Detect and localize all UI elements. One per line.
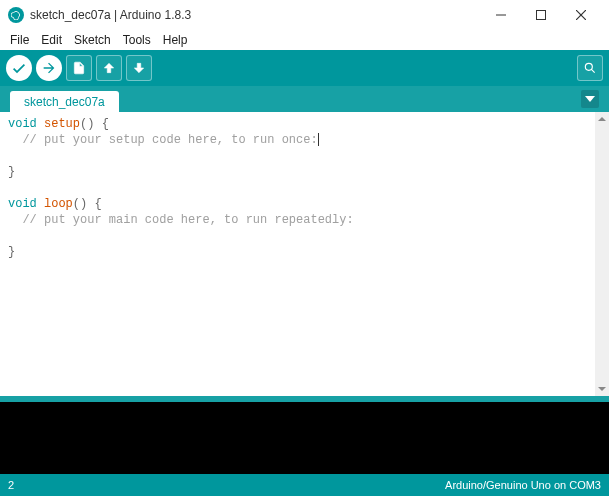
verify-button[interactable] — [6, 55, 32, 81]
comment: // put your main code here, to run repea… — [8, 213, 354, 227]
maximize-button[interactable] — [521, 1, 561, 29]
minimize-button[interactable] — [481, 1, 521, 29]
board-info: Arduino/Genuino Uno on COM3 — [445, 479, 601, 491]
window-title: sketch_dec07a | Arduino 1.8.3 — [30, 8, 481, 22]
scroll-down-button[interactable] — [595, 382, 609, 396]
tab-menu-button[interactable] — [581, 90, 599, 108]
console-output[interactable] — [0, 402, 609, 474]
comment: // put your setup code here, to run once… — [8, 133, 318, 147]
tab-bar: sketch_dec07a — [0, 86, 609, 112]
keyword: void — [8, 197, 37, 211]
menu-help[interactable]: Help — [159, 31, 192, 49]
code-text: () { — [80, 117, 109, 131]
function-name: setup — [44, 117, 80, 131]
menu-tools[interactable]: Tools — [119, 31, 155, 49]
text-cursor — [318, 133, 319, 146]
scroll-up-button[interactable] — [595, 112, 609, 126]
code-text: } — [8, 165, 15, 179]
svg-line-5 — [591, 69, 595, 73]
vertical-scrollbar[interactable] — [595, 112, 609, 396]
arduino-app-icon — [8, 7, 24, 23]
title-bar: sketch_dec07a | Arduino 1.8.3 — [0, 0, 609, 30]
svg-rect-1 — [537, 11, 546, 20]
sketch-tab[interactable]: sketch_dec07a — [10, 91, 119, 112]
scroll-track[interactable] — [595, 126, 609, 382]
menu-file[interactable]: File — [6, 31, 33, 49]
close-button[interactable] — [561, 1, 601, 29]
upload-button[interactable] — [36, 55, 62, 81]
toolbar — [0, 50, 609, 86]
status-bar: 2 Arduino/Genuino Uno on COM3 — [0, 474, 609, 496]
editor-area: void setup() { // put your setup code he… — [0, 112, 609, 396]
menu-edit[interactable]: Edit — [37, 31, 66, 49]
menu-sketch[interactable]: Sketch — [70, 31, 115, 49]
new-button[interactable] — [66, 55, 92, 81]
code-text: } — [8, 245, 15, 259]
open-button[interactable] — [96, 55, 122, 81]
function-name: loop — [44, 197, 73, 211]
code-text: () { — [73, 197, 102, 211]
line-number: 2 — [8, 479, 14, 491]
window-controls — [481, 1, 601, 29]
save-button[interactable] — [126, 55, 152, 81]
keyword: void — [8, 117, 37, 131]
menu-bar: File Edit Sketch Tools Help — [0, 30, 609, 50]
code-editor[interactable]: void setup() { // put your setup code he… — [0, 112, 595, 396]
serial-monitor-button[interactable] — [577, 55, 603, 81]
